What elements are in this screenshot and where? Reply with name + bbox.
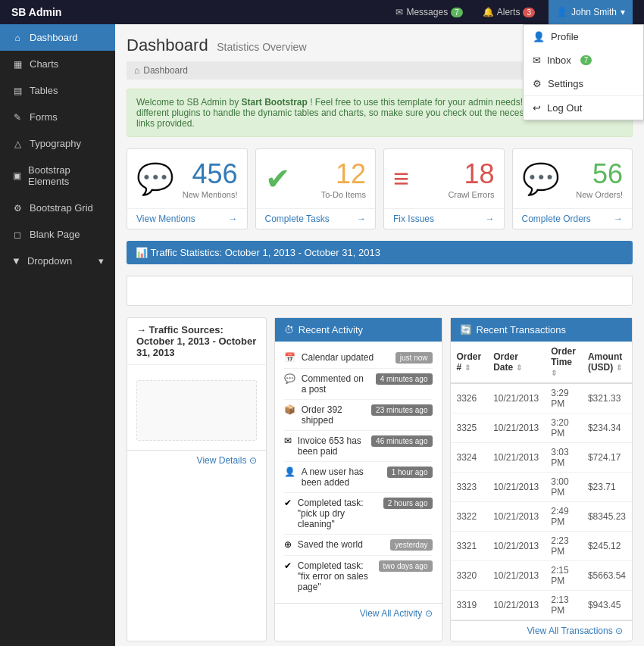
brand-logo: SB Admin xyxy=(11,6,61,18)
chart-section: 📊 Traffic Statistics: October 1, 2013 - … xyxy=(127,241,633,306)
activity-header: ⏱ Recent Activity xyxy=(275,318,442,342)
activity-item: 💬 Commented on a post 4 minutes ago xyxy=(284,369,433,400)
activity-item: 📦 Order 392 shipped 23 minutes ago xyxy=(284,400,433,431)
logout-link[interactable]: ↩ Log Out xyxy=(524,96,643,120)
comment-icon: 💬 xyxy=(284,373,295,384)
activity-item: 📅 Calendar updated just now xyxy=(284,348,433,369)
check-icon: ✔ xyxy=(284,498,292,508)
clock-icon: ⏱ xyxy=(284,324,294,335)
inbox-badge: 7 xyxy=(580,55,592,65)
complete-tasks-link[interactable]: Complete Tasks → xyxy=(256,208,376,229)
errors-icon: ≡ xyxy=(393,163,409,195)
arrow-circle-right-icon2: ⊙ xyxy=(615,626,623,636)
col-time[interactable]: Order Time ⇕ xyxy=(545,342,582,383)
arrow-circle-right-icon: ⊙ xyxy=(425,608,433,619)
stat-card-errors: ≡ 18 Crawl Errors Fix Issues → xyxy=(383,148,505,229)
arrow-circle-icon: ⊙ xyxy=(249,455,257,466)
transactions-body: Order # ⇕ Order Date ⇕ Order Time ⇕ Amou… xyxy=(451,342,633,620)
mentions-label: New Mentions! xyxy=(183,190,238,199)
profile-link[interactable]: 👤 Profile xyxy=(524,25,643,48)
sidebar-item-charts[interactable]: ▦ Charts xyxy=(0,51,115,77)
view-all-activity-link[interactable]: View All Activity ⊙ xyxy=(275,603,442,623)
sidebar-item-blank-page[interactable]: ◻ Blank Page xyxy=(0,221,115,248)
col-date[interactable]: Order Date ⇕ xyxy=(487,342,545,383)
user-dropdown: 👤 Profile ✉ Inbox 7 ⚙ Settings ↩ Log Out xyxy=(523,24,644,120)
blank-page-icon: ◻ xyxy=(11,229,23,240)
bootstrap-link[interactable]: Start Bootstrap xyxy=(242,97,308,108)
globe-icon: ⊕ xyxy=(284,539,292,550)
fix-issues-link[interactable]: Fix Issues → xyxy=(384,208,504,229)
activity-list: 📅 Calendar updated just now 💬 Commented … xyxy=(275,342,442,603)
recent-transactions-panel: 🔄 Recent Transactions Order # ⇕ Order Da… xyxy=(450,317,633,641)
page-subtitle: Statistics Overview xyxy=(217,41,306,53)
view-all-transactions-link[interactable]: View All Transactions ⊙ xyxy=(451,620,633,641)
traffic-sources-body xyxy=(127,371,266,450)
arrow-right-icon2: → xyxy=(357,214,366,224)
mentions-number: 456 xyxy=(183,158,238,190)
user-add-icon: 👤 xyxy=(284,467,295,477)
activity-item: ⊕ Saved the world yesterday xyxy=(284,535,433,556)
settings-link[interactable]: ⚙ Settings xyxy=(524,72,643,95)
table-row: 3323 10/21/2013 3:00 PM $23.71 xyxy=(451,473,633,502)
table-row: 3320 10/21/2013 2:15 PM $5663.54 xyxy=(451,561,633,591)
forms-icon: ✎ xyxy=(11,112,23,123)
mentions-icon: 💬 xyxy=(136,161,174,197)
orders-label: New Orders! xyxy=(576,190,623,199)
table-row: 3325 10/21/2013 3:20 PM $234.34 xyxy=(451,414,633,443)
dashboard-icon: ⌂ xyxy=(11,33,23,43)
table-row: 3322 10/21/2013 2:49 PM $8345.23 xyxy=(451,502,633,532)
envelope-icon: ✉ xyxy=(395,7,403,17)
transactions-icon: 🔄 xyxy=(460,324,472,335)
check-icon2: ✔ xyxy=(284,560,292,571)
profile-icon: 👤 xyxy=(533,31,545,42)
stat-card-todo: ✔ 12 To-Do Items Complete Tasks → xyxy=(255,148,377,229)
view-mentions-link[interactable]: View Mentions → xyxy=(127,208,247,229)
topnav-right: ✉ Messages 7 🔔 Alerts 3 👤 John Smith ▾ 👤… xyxy=(389,0,633,24)
orders-number: 56 xyxy=(576,158,623,190)
page-title: Dashboard xyxy=(127,36,208,55)
invoice-icon: ✉ xyxy=(284,435,292,446)
errors-label: Crawl Errors xyxy=(448,190,494,199)
arrow-right-icon4: → xyxy=(614,214,623,224)
messages-menu[interactable]: ✉ Messages 7 xyxy=(389,0,468,24)
recent-activity-panel: ⏱ Recent Activity 📅 Calendar updated jus… xyxy=(274,317,442,641)
alerts-menu[interactable]: 🔔 Alerts 3 xyxy=(477,0,541,24)
table-row: 3326 10/21/2013 3:29 PM $321.33 xyxy=(451,383,633,414)
sidebar-item-tables[interactable]: ▤ Tables xyxy=(0,77,115,104)
todo-label: To-Do Items xyxy=(321,190,366,199)
sidebar-item-bootstrap-grid[interactable]: ⚙ Bootstrap Grid xyxy=(0,195,115,221)
traffic-sources-panel: → Traffic Sources: October 1, 2013 - Oct… xyxy=(127,317,267,641)
table-row: 3324 10/21/2013 3:03 PM $724.17 xyxy=(451,443,633,473)
traffic-chart-placeholder xyxy=(136,380,257,441)
view-details-link[interactable]: View Details ⊙ xyxy=(127,450,266,470)
top-navbar: SB Admin ✉ Messages 7 🔔 Alerts 3 👤 John … xyxy=(0,0,644,24)
calendar-icon: 📅 xyxy=(284,352,295,363)
activity-item: ✔ Completed task: "fix error on sales pa… xyxy=(284,556,433,597)
chart-area xyxy=(127,276,633,306)
charts-icon: ▦ xyxy=(11,59,23,70)
inbox-link[interactable]: ✉ Inbox 7 xyxy=(524,48,643,72)
bell-icon: 🔔 xyxy=(483,7,494,17)
typography-icon: △ xyxy=(11,139,23,149)
sidebar-item-dashboard[interactable]: ⌂ Dashboard xyxy=(0,24,115,51)
sidebar-item-forms[interactable]: ✎ Forms xyxy=(0,104,115,130)
caret-down-icon: ▾ xyxy=(621,7,625,17)
messages-badge: 7 xyxy=(451,8,463,17)
bottom-panels: → Traffic Sources: October 1, 2013 - Oct… xyxy=(127,317,633,641)
home-icon: ⌂ xyxy=(134,65,139,76)
user-menu-button[interactable]: 👤 John Smith ▾ xyxy=(549,0,633,24)
errors-number: 18 xyxy=(448,158,494,190)
table-row: 3321 10/21/2013 2:23 PM $245.12 xyxy=(451,532,633,561)
arrow-right-icon: → xyxy=(229,214,238,224)
activity-item: ✉ Invoice 653 has been paid 46 minutes a… xyxy=(284,431,433,462)
col-order[interactable]: Order # ⇕ xyxy=(451,342,488,383)
complete-orders-link[interactable]: Complete Orders → xyxy=(513,208,633,229)
col-amount[interactable]: Amount (USD) ⇕ xyxy=(582,342,632,383)
bootstrap-elements-icon: ▣ xyxy=(11,170,22,181)
sidebar-item-dropdown[interactable]: ▼ Dropdown ▾ xyxy=(0,248,115,274)
orders-icon: 💬 xyxy=(522,161,560,197)
todo-number: 12 xyxy=(321,158,366,190)
sidebar-item-typography[interactable]: △ Typography xyxy=(0,130,115,157)
sidebar-item-bootstrap-elements[interactable]: ▣ Bootstrap Elements xyxy=(0,157,115,195)
logout-icon: ↩ xyxy=(533,102,541,114)
